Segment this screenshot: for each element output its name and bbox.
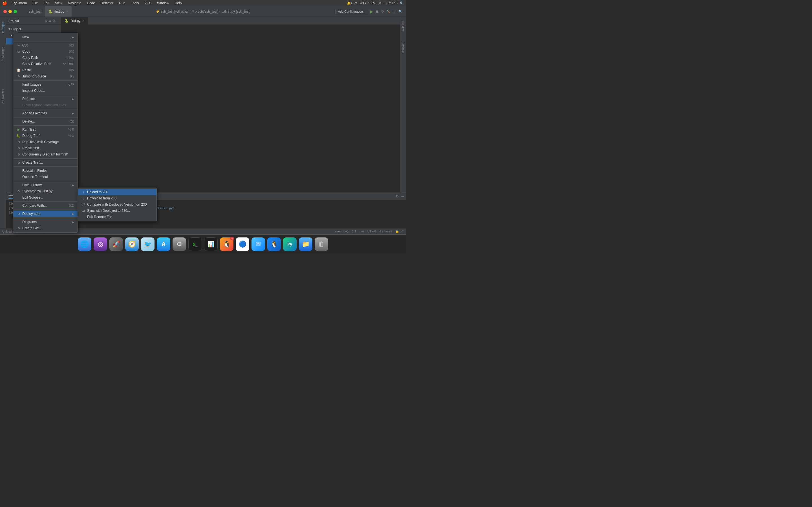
deploy-sync-label: Sync with Deployed to 230... [87,209,130,213]
tree-project[interactable]: ▾ Project [6,26,61,32]
cm-inspect-code[interactable]: Inspect Code... [13,88,78,94]
dock-finder[interactable]: 🌐 [78,237,91,251]
cm-delete[interactable]: Delete... ⌫ [13,118,78,124]
dock-tweetbot[interactable]: 🐦 [141,237,154,251]
cm-new[interactable]: New ▶ [13,34,78,40]
cm-synchronize[interactable]: ⟳ Synchronize 'first.py' [13,188,78,194]
toolbar-search-icon[interactable]: 🔍 [398,10,403,13]
sidebar-icon-equalizer[interactable]: ⚌ [49,19,51,22]
editor-content[interactable] [61,25,400,186]
cm-create-first[interactable]: ⊙ Create 'first'... [13,159,78,166]
dock-chrome[interactable]: 🔵 [236,237,249,251]
close-button[interactable] [3,10,7,13]
stop-button[interactable]: ⏹ [375,10,379,13]
maximize-button[interactable] [13,10,17,13]
cm-create-gist[interactable]: ⊙ Create Gist... [13,225,78,231]
dock-airmail[interactable]: ✉ [252,237,265,251]
cm-add-favorites[interactable]: Add to Favorites ▶ [13,110,78,116]
menu-run[interactable]: Run [118,1,126,5]
cm-profile-first[interactable]: ⊙ Profile 'first' [13,145,78,151]
menu-edit[interactable]: Edit [42,1,50,5]
dock-files[interactable]: 📁 [299,237,312,251]
search-menubar-icon[interactable]: 🔍 [400,1,404,5]
dock-launchpad[interactable]: 🚀 [109,237,123,251]
cm-paste[interactable]: 📋 Paste ⌘V [13,67,78,73]
cm-sync-icon: ⟳ [17,189,20,193]
menu-refactor[interactable]: Refactor [100,1,114,5]
menu-code[interactable]: Code [86,1,96,5]
cm-edit-scopes[interactable]: Edit Scopes... [13,194,78,201]
menu-window[interactable]: Window [156,1,170,5]
cm-run-coverage[interactable]: ⊙ Run 'first' with Coverage [13,139,78,145]
menu-tools[interactable]: Tools [130,1,140,5]
add-config-button[interactable]: Add Configuration... [336,9,368,14]
cm-deployment[interactable]: ⊙ Deployment ▶ [13,211,78,217]
cm-copy-path[interactable]: Copy Path ⇧⌘C [13,55,78,61]
finder-icon: 🌐 [80,240,89,248]
cm-jump-source[interactable]: ✎ Jump to Source ⌘↓ [13,73,78,79]
run-button[interactable]: ▶ [370,9,373,14]
appstore-icon: A [161,240,165,247]
tab-ssh-test[interactable]: ssh_test [26,6,45,17]
minimize-button[interactable] [8,10,12,13]
menu-vcs[interactable]: VCS [143,1,153,5]
panel-close-icon[interactable]: ─ [401,194,404,198]
cm-compare-with[interactable]: Compare With... ⌘D [13,203,78,209]
cm-reveal-finder[interactable]: Reveal in Finder [13,168,78,174]
deploy-compare[interactable]: ⇄ Compare with Deployed Version on 230 [78,202,156,208]
sidebar-icon-globe[interactable]: ⊕ [45,19,47,22]
dock-terminal[interactable]: $_ [188,237,202,251]
vtab-favorites[interactable]: 2: Favorites [1,87,5,106]
dock-activity-monitor[interactable]: 📊 [204,237,218,251]
deploy-upload[interactable]: ↑ Upload to 230 [78,189,156,195]
panel-settings-icon[interactable]: ⚙ [396,194,399,198]
deploy-download[interactable]: ↓ Download from 230 [78,195,156,202]
menu-navigate[interactable]: Navigate [67,1,82,5]
vtab-database[interactable]: Database [401,39,405,56]
vtab-structure[interactable]: 2: Structure [1,45,5,64]
cm-refactor[interactable]: Refactor ▶ [13,96,78,102]
menu-file[interactable]: File [31,1,39,5]
dock-pycharm[interactable]: Py [283,237,297,251]
dock-qqblue[interactable]: 🐧 [267,237,281,251]
tab-close-icon[interactable]: ✕ [66,10,68,13]
cm-run-first[interactable]: ▶ Run 'first' ^⇧R [13,126,78,133]
statusbar-event-log[interactable]: Event Log [335,230,349,233]
dock-safari[interactable]: 🧭 [125,237,139,251]
cm-debug-first[interactable]: 🐛 Debug 'first' ^⇧D [13,133,78,139]
cm-local-history[interactable]: Local History ▶ [13,182,78,188]
sidebar-icon-minimize[interactable]: ─ [56,19,59,22]
statusbar-encoding[interactable]: UTF-8 [367,230,376,233]
menu-help[interactable]: Help [174,1,183,5]
editor-tab-first-py[interactable]: 🐍 first.py ✕ [61,17,88,24]
dock-siri[interactable]: ◎ [94,237,107,251]
cm-concurrency[interactable]: ⊙ Concurrency Diagram for 'first' [13,151,78,158]
dock-appstore[interactable]: A [157,237,170,251]
pause-button[interactable]: ⏸ [393,10,396,13]
tab-first-py[interactable]: 🐍 first.py ✕ [45,6,72,17]
dock-trash[interactable]: 🗑 [315,237,328,251]
deploy-edit-remote[interactable]: Edit Remote File [78,214,156,220]
cm-copy[interactable]: ⧉ Copy ⌘C [13,48,78,55]
file-transfer-icon: ⟷ [8,194,13,198]
vtab-sciview[interactable]: SciView [401,19,405,34]
cm-open-terminal[interactable]: Open in Terminal [13,174,78,180]
editor-tab-close-icon[interactable]: ✕ [82,19,84,22]
menu-pycharm[interactable]: PyCharm [11,1,28,5]
build-button[interactable]: 🔨 [386,10,391,13]
rerun-button[interactable]: ↻ [381,10,384,13]
cm-find-usages[interactable]: Find Usages ⌥F7 [13,81,78,88]
cm-deployment-label: Deployment [22,212,40,216]
dock-qq[interactable]: 🐧 4 [220,237,234,251]
vtab-project[interactable]: 1: Project [1,19,5,36]
apple-menu[interactable]: 🍎 [2,1,7,5]
menu-view[interactable]: View [54,1,63,5]
statusbar-indent[interactable]: 4 spaces [379,230,392,233]
sidebar-icon-settings[interactable]: ⚙ [52,19,55,22]
cm-cut[interactable]: ✂ Cut ⌘X [13,42,78,48]
cm-diagrams[interactable]: Diagrams ▶ [13,219,78,225]
dock-preferences[interactable]: ⚙ [172,237,186,251]
cm-copy-rel[interactable]: Copy Relative Path ⌥⇧⌘C [13,61,78,67]
cm-history-label: Local History [22,183,42,187]
deploy-sync[interactable]: ⇄ Sync with Deployed to 230... [78,208,156,214]
